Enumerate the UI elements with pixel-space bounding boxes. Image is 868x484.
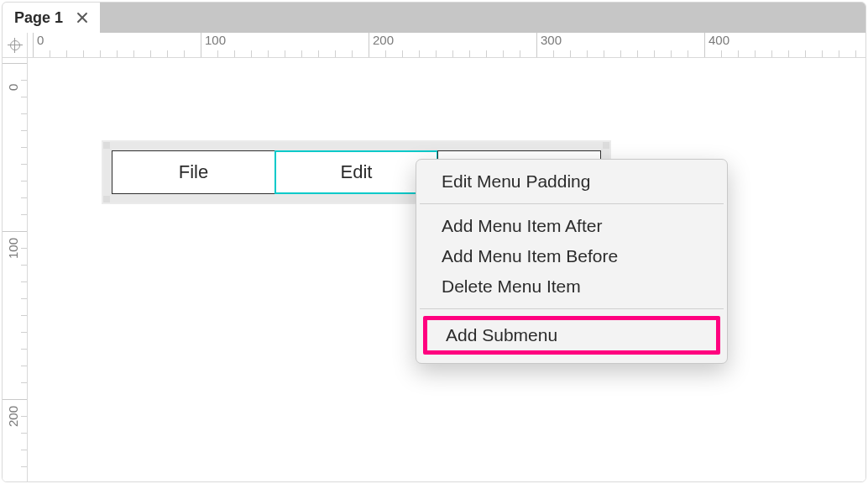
ruler-tick: 200	[369, 33, 394, 58]
ctx-item-add-menu-item-before[interactable]: Add Menu Item Before	[416, 241, 727, 271]
resize-handle[interactable]	[103, 196, 110, 203]
page-tab-label: Page 1	[14, 9, 63, 27]
ruler-tick: 100	[3, 231, 28, 232]
separator	[420, 203, 724, 204]
app-frame: Page 1 0100200300400 0100200 FileEdit Ed…	[2, 2, 866, 482]
ctx-item-edit-menu-padding[interactable]: Edit Menu Padding	[416, 166, 727, 197]
ruler-tick: 200	[3, 399, 28, 400]
crosshair-icon	[8, 38, 23, 53]
page-tab[interactable]: Page 1	[3, 3, 100, 33]
separator	[420, 308, 724, 309]
ruler-vertical[interactable]: 0100200	[3, 58, 28, 481]
ctx-item-delete-menu-item[interactable]: Delete Menu Item	[416, 271, 727, 302]
ruler-tick: 0	[3, 63, 28, 64]
ctx-item-add-submenu[interactable]: Add Submenu	[423, 316, 720, 355]
ruler-tick: 100	[201, 33, 226, 58]
ruler-tick: 400	[704, 33, 729, 58]
ruler-origin-button[interactable]	[3, 33, 28, 58]
design-canvas[interactable]: FileEdit Edit Menu PaddingAdd Menu Item …	[28, 58, 865, 481]
ctx-item-add-menu-item-after[interactable]: Add Menu Item After	[416, 211, 727, 241]
ruler-tick: 0	[33, 33, 44, 58]
resize-handle[interactable]	[103, 142, 110, 149]
menu-cell-edit[interactable]: Edit	[275, 150, 438, 194]
context-menu: Edit Menu PaddingAdd Menu Item AfterAdd …	[416, 159, 728, 364]
ruler-horizontal[interactable]: 0100200300400	[28, 33, 865, 58]
close-icon[interactable]	[76, 12, 88, 24]
resize-handle[interactable]	[603, 142, 609, 149]
ruler-tick: 300	[536, 33, 562, 58]
menu-cell-file[interactable]: File	[112, 150, 275, 194]
tab-bar: Page 1	[3, 3, 865, 33]
